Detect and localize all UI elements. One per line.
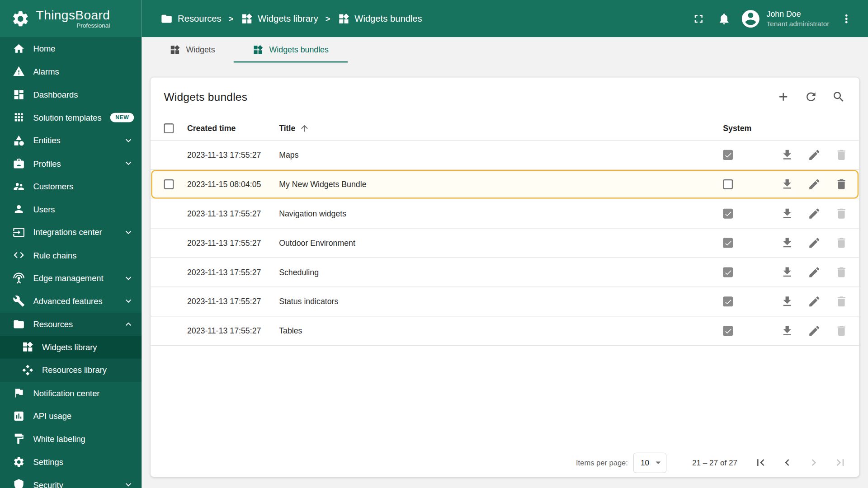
table-row[interactable]: 2023-11-13 17:55:27Tables [151,316,859,346]
avatar [740,8,761,29]
sidebar-item-customers[interactable]: Customers [0,175,142,198]
user-menu[interactable]: John Doe Tenant administrator [740,8,829,29]
first-page-button[interactable] [747,449,774,476]
delete-button[interactable] [830,173,853,195]
sidebar-item-solution-templates[interactable]: Solution templatesNEW [0,106,142,129]
prev-page-button[interactable] [774,449,801,476]
breadcrumb-item-widgets-bundles[interactable]: Widgets bundles [337,13,422,25]
row-actions [776,173,859,195]
sidebar-item-security[interactable]: Security [0,474,142,488]
chevron-down-icon [123,272,134,283]
check-icon [724,297,732,305]
edit-button[interactable] [803,291,826,313]
row-created-time: 2023-11-13 17:55:27 [187,268,279,277]
delete-button [830,144,853,166]
sidebar-item-notification-center[interactable]: Notification center [0,381,142,404]
search-button[interactable] [827,85,850,108]
download-button[interactable] [776,202,798,225]
row-system-cell [718,179,776,189]
row-title: My New Widgets Bundle [279,180,718,189]
download-button[interactable] [776,232,798,254]
sidebar-item-edge-management[interactable]: Edge management [0,267,142,290]
tab-widgets-bundles[interactable]: Widgets bundles [234,37,347,62]
edit-button[interactable] [803,320,826,342]
plus-icon [777,90,790,103]
delete-icon [835,324,848,338]
plus-button[interactable] [772,85,795,108]
row-system-cell [718,209,776,219]
logo-text: ThingsBoard Professional [36,8,110,29]
refresh-button[interactable] [799,85,822,108]
table-row[interactable]: 2023-11-13 17:55:27Status indicators [151,287,859,317]
last-page-icon [834,456,847,469]
bell-icon [717,12,731,25]
download-button[interactable] [776,261,798,283]
row-system-cell [718,238,776,248]
user-name: John Doe [767,9,830,19]
widgets-icon [22,341,34,353]
sidebar-item-entities[interactable]: Entities [0,129,142,152]
table-row[interactable]: 2023-11-13 17:55:27Navigation widgets [151,199,859,229]
sidebar-item-label: Settings [33,457,134,467]
sidebar-item-api-usage[interactable]: API usage [0,404,142,427]
edit-icon [808,295,821,308]
row-checkbox-cell [151,179,187,189]
logo[interactable]: ThingsBoard Professional [0,0,142,37]
breadcrumb-item-resources[interactable]: Resources [160,13,222,25]
edit-button[interactable] [803,173,826,195]
sidebar-item-label: Profiles [33,159,114,168]
items-per-page-select[interactable]: 10 [633,452,666,473]
tab-widgets[interactable]: Widgets [151,37,234,62]
items-per-page-label: Items per page: [576,458,628,466]
chevron-down-icon [123,135,134,145]
row-created-time: 2023-11-13 17:55:27 [187,326,279,335]
breadcrumb-item-widgets-library[interactable]: Widgets library [241,13,318,25]
sidebar-item-widgets-library[interactable]: Widgets library [0,336,142,359]
table-row[interactable]: 2023-11-13 17:55:27Scheduling [151,258,859,287]
row-select-checkbox[interactable] [164,179,174,189]
check-icon [724,151,732,159]
sidebar-item-dashboards[interactable]: Dashboards [0,83,142,106]
column-created-time[interactable]: Created time [187,124,279,133]
home-icon [13,42,25,55]
fullscreen-button[interactable] [687,7,710,30]
user-info: John Doe Tenant administrator [767,9,830,28]
column-system[interactable]: System [718,124,776,133]
sidebar-item-settings[interactable]: Settings [0,450,142,474]
bell-button[interactable] [712,7,736,30]
table-row[interactable]: 2023-11-13 17:55:27Maps [151,141,859,170]
table-row[interactable]: 2023-11-15 08:04:05My New Widgets Bundle [151,170,859,199]
edit-button[interactable] [803,202,826,225]
row-title: Status indicators [279,297,718,306]
chevron-down-icon [123,479,134,488]
sidebar-item-profiles[interactable]: Profiles [0,152,142,175]
download-button[interactable] [776,320,798,342]
sidebar-item-label: Integrations center [33,228,114,237]
more-menu-button[interactable] [835,7,858,30]
sidebar-item-white-labeling[interactable]: White labeling [0,427,142,450]
select-all-checkbox[interactable] [164,123,174,133]
edit-button[interactable] [803,261,826,283]
sidebar-item-label: Customers [33,182,134,191]
system-checkbox [723,179,733,189]
download-button[interactable] [776,144,798,166]
edit-button[interactable] [803,232,826,254]
sidebar-item-home[interactable]: Home [0,37,142,60]
download-button[interactable] [776,291,798,313]
first-page-icon [754,456,767,469]
download-button[interactable] [776,173,798,195]
row-created-time: 2023-11-13 17:55:27 [187,209,279,218]
table-row[interactable]: 2023-11-13 17:55:27Outdoor Environment [151,229,859,258]
sidebar-item-resources[interactable]: Resources [0,313,142,336]
sidebar-item-resources-library[interactable]: Resources library [0,358,142,381]
column-title[interactable]: Title [279,123,718,133]
edit-button[interactable] [803,144,826,166]
delete-icon [835,148,848,161]
sidebar-item-advanced-features[interactable]: Advanced features [0,290,142,313]
sidebar-item-integrations-center[interactable]: Integrations center [0,221,142,244]
sidebar-group-resources: ResourcesWidgets libraryResources librar… [0,313,142,381]
sidebar-item-rule-chains[interactable]: Rule chains [0,244,142,267]
sidebar-item-users[interactable]: Users [0,198,142,221]
sidebar-item-alarms[interactable]: Alarms [0,60,142,83]
last-page-button [827,449,854,476]
